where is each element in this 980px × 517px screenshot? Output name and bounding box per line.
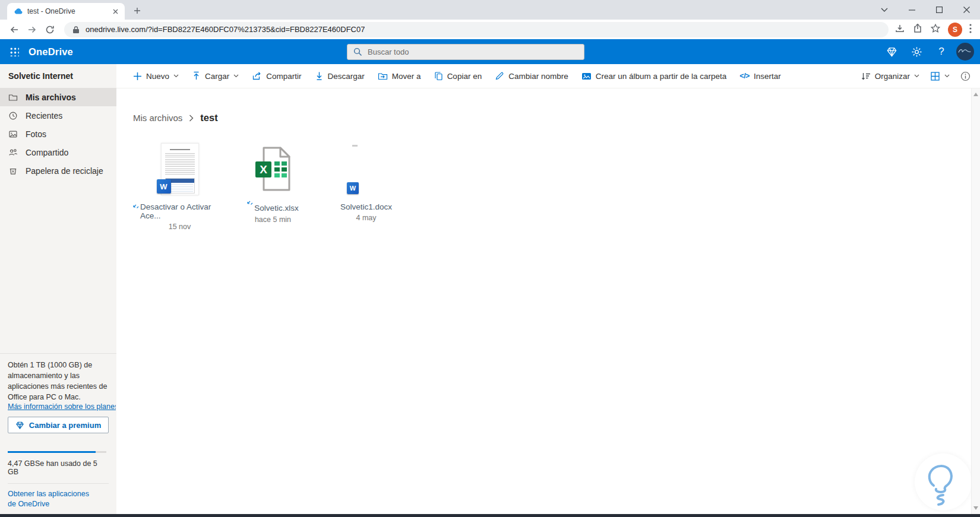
- file-tile-word-document[interactable]: W Solvetic1.docx 4 may: [320, 139, 413, 231]
- storage-usage-text: 4,47 GBSe han usado de 5 GB: [8, 459, 109, 476]
- promo-text: Obtén 1 TB (1000 GB) de almacenamiento y…: [8, 360, 112, 402]
- sidebar-item-photos[interactable]: Fotos: [0, 125, 116, 143]
- file-name[interactable]: Desactivar o Activar Ace...: [140, 202, 226, 220]
- bookmark-star-icon[interactable]: [930, 23, 941, 36]
- grid-view-icon: [930, 71, 940, 81]
- browser-tab[interactable]: test - OneDrive: [7, 3, 125, 20]
- lock-icon: [72, 26, 80, 34]
- files-grid: W Desactivar o Activar Ace... 15 nov: [133, 139, 413, 231]
- rename-button[interactable]: Cambiar nombre: [495, 71, 568, 81]
- word-file-badge-icon: W: [347, 182, 359, 194]
- browser-profile-avatar[interactable]: S: [948, 23, 962, 37]
- file-name[interactable]: Solvetic1.docx: [340, 202, 392, 211]
- chevron-down-icon: [233, 74, 239, 78]
- move-to-icon: [378, 72, 388, 81]
- command-bar-right: Organizar: [861, 71, 970, 81]
- forward-button[interactable]: [24, 21, 40, 38]
- install-download-icon[interactable]: [894, 23, 905, 36]
- folder-icon: [8, 93, 18, 102]
- tab-close-icon[interactable]: [110, 7, 120, 16]
- browser-window: test - OneDrive: [0, 0, 980, 517]
- help-icon[interactable]: ?: [929, 39, 954, 64]
- address-bar[interactable]: onedrive.live.com/?id=FBD8227E460DFC07%2…: [64, 22, 889, 37]
- breadcrumb-parent[interactable]: Mis archivos: [133, 113, 182, 123]
- info-button[interactable]: [960, 71, 970, 81]
- go-premium-button[interactable]: Cambiar a premium: [8, 417, 109, 433]
- info-icon: [960, 71, 970, 81]
- sidebar-item-recycle-bin[interactable]: Papelera de reciclaje: [0, 161, 116, 180]
- code-icon: </>: [739, 72, 750, 80]
- svg-text:X: X: [260, 163, 267, 176]
- storage-progress-bar: [8, 451, 106, 453]
- file-date: 4 may: [356, 214, 376, 222]
- new-tab-button[interactable]: [129, 3, 145, 18]
- breadcrumb-current: test: [200, 112, 217, 123]
- chevron-down-icon: [914, 74, 919, 78]
- onedrive-cloud-icon: [13, 7, 23, 16]
- browser-menu-icon[interactable]: [969, 24, 972, 36]
- tab-search-chevron-icon[interactable]: [871, 0, 898, 20]
- doc-preview-title-line: [170, 149, 190, 150]
- chevron-down-icon: [173, 74, 179, 78]
- settings-gear-icon[interactable]: [904, 39, 929, 64]
- command-bar-left: Nuevo Cargar Compartir Descargar Mover a: [133, 71, 781, 81]
- plans-info-link[interactable]: Más información sobre los planes de M365: [8, 402, 116, 411]
- move-to-button[interactable]: Mover a: [378, 72, 421, 81]
- account-avatar[interactable]: [956, 43, 974, 61]
- embed-button[interactable]: </> Insertar: [739, 72, 780, 81]
- close-window-button[interactable]: [953, 0, 980, 20]
- word-document-preview: W: [161, 143, 199, 195]
- tab-title: test - OneDrive: [27, 7, 106, 15]
- share-button[interactable]: Compartir: [252, 71, 301, 81]
- reload-button[interactable]: [42, 21, 58, 38]
- browser-tab-strip: test - OneDrive: [0, 0, 980, 20]
- search-icon: [353, 47, 362, 56]
- copy-to-button[interactable]: Copiar en: [434, 71, 482, 81]
- url-text: onedrive.live.com/?id=FBD8227E460DFC07%2…: [86, 25, 365, 34]
- new-button[interactable]: Nuevo: [133, 72, 179, 81]
- copy-icon: [434, 71, 443, 81]
- back-button[interactable]: [6, 21, 23, 38]
- album-icon: [581, 72, 592, 80]
- sidebar: Solvetic Internet Mis archivos Recientes…: [0, 64, 116, 514]
- onedrive-header: OneDrive ?: [0, 39, 980, 64]
- waffle-icon: [10, 47, 19, 56]
- chevron-down-icon: [944, 74, 950, 78]
- app-launcher-button[interactable]: [0, 39, 29, 64]
- upload-icon: [192, 71, 201, 81]
- browser-actions: S: [894, 23, 974, 37]
- sidebar-divider: [8, 483, 109, 484]
- get-onedrive-apps-link[interactable]: Obtener las aplicaciones de OneDrive: [8, 489, 97, 509]
- people-icon: [8, 148, 18, 157]
- vertical-scrollbar[interactable]: [971, 88, 980, 514]
- file-name-row: Desactivar o Activar Ace...: [133, 202, 226, 220]
- upload-button[interactable]: Cargar: [192, 71, 239, 81]
- sidebar-item-recent[interactable]: Recientes: [0, 106, 116, 125]
- scroll-up-icon[interactable]: [973, 93, 978, 96]
- app-title[interactable]: OneDrive: [29, 46, 73, 58]
- plus-icon: [133, 72, 142, 81]
- file-tile-excel-workbook[interactable]: X Solvetic.xlsx hace 5 min: [226, 139, 320, 231]
- view-switcher-button[interactable]: [930, 71, 950, 81]
- breadcrumb-separator-icon: [189, 115, 194, 122]
- download-button[interactable]: Descargar: [315, 71, 365, 81]
- search-input[interactable]: [368, 47, 578, 56]
- header-actions: ?: [879, 39, 974, 64]
- create-album-button[interactable]: Crear un álbum a partir de la carpeta: [581, 72, 727, 81]
- file-name[interactable]: Solvetic.xlsx: [254, 204, 298, 212]
- minimize-button[interactable]: [898, 0, 925, 20]
- maximize-button[interactable]: [925, 0, 953, 20]
- share-page-icon[interactable]: [912, 23, 923, 36]
- premium-diamond-icon[interactable]: [879, 39, 904, 64]
- account-name: Solvetic Internet: [0, 64, 116, 88]
- sort-button[interactable]: Organizar: [861, 72, 919, 81]
- sidebar-item-my-files[interactable]: Mis archivos: [0, 88, 116, 106]
- file-thumbnail: X: [226, 139, 320, 199]
- doc-preview-text-lines: [165, 153, 195, 175]
- sidebar-item-shared[interactable]: Compartido: [0, 143, 116, 161]
- scroll-down-icon[interactable]: [973, 506, 978, 510]
- recycle-bin-icon: [8, 166, 18, 176]
- file-tile-word-document[interactable]: W Desactivar o Activar Ace... 15 nov: [133, 139, 226, 231]
- search-box[interactable]: [347, 44, 584, 60]
- window-controls: [871, 0, 980, 20]
